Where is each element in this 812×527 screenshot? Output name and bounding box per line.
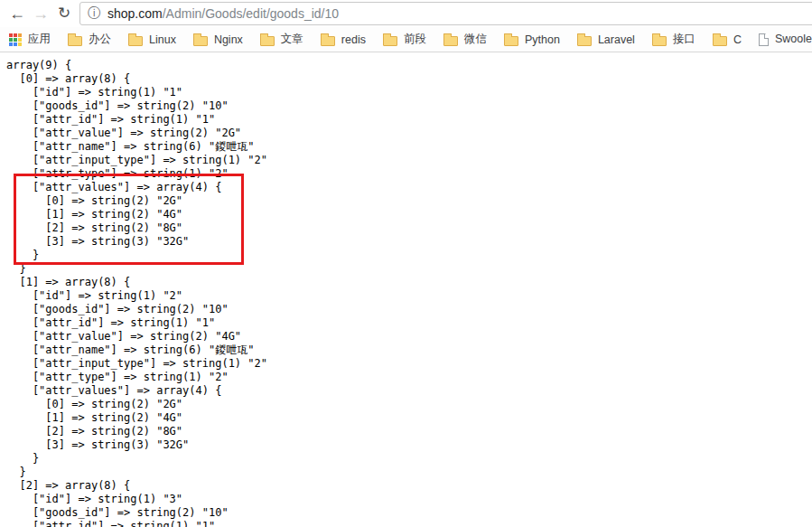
bookmark-icon <box>577 36 592 46</box>
bookmark-label: redis <box>341 33 366 46</box>
bookmark-label: Nginx <box>214 33 243 46</box>
bookmark-label: 前段 <box>404 32 426 47</box>
bookmark-label: 应用 <box>28 32 51 47</box>
bookmark-item[interactable]: C <box>713 33 742 46</box>
bookmark-label: 办公 <box>89 32 111 47</box>
bookmark-item[interactable]: Swoole: PHP的异步 <box>759 32 812 47</box>
bookmark-label: Python <box>525 33 560 46</box>
bookmark-label: 微信 <box>464 32 487 47</box>
bookmark-icon <box>713 36 727 46</box>
bookmark-icon <box>260 36 275 46</box>
bookmark-apps-shortcut[interactable]: 应用 <box>9 32 51 47</box>
bookmark-item[interactable]: Nginx <box>193 33 243 46</box>
bookmark-item[interactable]: Python <box>504 33 560 46</box>
bookmark-item[interactable]: 前段 <box>383 32 426 47</box>
page-info-icon[interactable]: ⓘ <box>88 5 100 22</box>
bookmark-label: C <box>733 33 742 46</box>
bookmark-label: Laravel <box>598 33 635 46</box>
browser-toolbar: ← → ↻ ⓘ shop.com/Admin/Goods/edit/goods_… <box>0 0 812 27</box>
refresh-button[interactable]: ↻ <box>52 1 76 26</box>
page-content: array(9) { [0] => array(8) { ["id"] => s… <box>0 52 812 527</box>
bookmark-icon <box>68 36 82 46</box>
bookmark-item[interactable]: Laravel <box>577 33 635 46</box>
bookmarks-bar: 应用 办公 Linux Nginx 文章 <box>0 27 812 52</box>
bookmark-item[interactable]: 接口 <box>652 32 695 47</box>
bookmark-label: Linux <box>149 33 176 46</box>
back-button[interactable]: ← <box>5 1 29 26</box>
bookmark-icon <box>321 36 335 46</box>
bookmark-label: 接口 <box>673 32 695 47</box>
forward-button[interactable]: → <box>29 1 52 26</box>
browser-window: ← → ↻ ⓘ shop.com/Admin/Goods/edit/goods_… <box>0 0 812 527</box>
bookmark-item[interactable]: 微信 <box>443 32 487 47</box>
url-host: shop.com <box>107 6 163 21</box>
url-path: /Admin/Goods/edit/goods_id/10 <box>163 6 339 21</box>
bookmark-label: Swoole: PHP的异步 <box>775 32 812 47</box>
bookmark-icon <box>193 36 208 46</box>
url-bar[interactable]: ⓘ shop.com/Admin/Goods/edit/goods_id/10 <box>79 2 812 25</box>
bookmark-item[interactable]: 办公 <box>68 32 111 47</box>
bookmark-icon <box>652 36 667 46</box>
bookmark-icon <box>443 36 458 46</box>
bookmark-icon <box>128 36 143 46</box>
bookmark-item[interactable]: redis <box>321 33 366 46</box>
bookmark-item[interactable]: Linux <box>128 33 176 46</box>
var-dump-output: array(9) { [0] => array(8) { ["id"] => s… <box>6 59 267 527</box>
bookmark-icon <box>383 36 397 46</box>
bookmark-icon <box>759 33 769 46</box>
bookmark-item[interactable]: 文章 <box>260 32 303 47</box>
apps-grid-icon <box>9 33 22 46</box>
bookmark-label: 文章 <box>281 32 303 47</box>
bookmark-icon <box>504 36 518 46</box>
